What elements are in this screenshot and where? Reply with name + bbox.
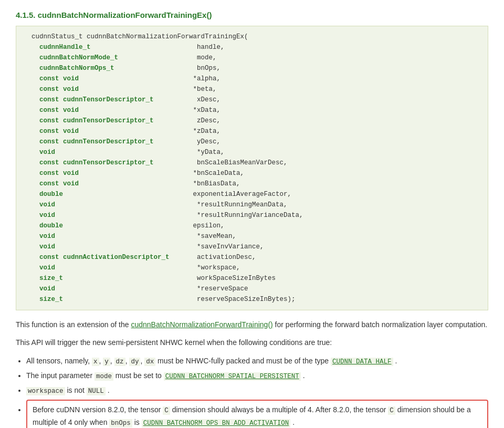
list-item-highlighted: Before cuDNN version 8.2.0, the tensor C… xyxy=(26,400,488,428)
conditions-list: All tensors, namely, x, y, dz, dy, dx mu… xyxy=(26,355,488,428)
section-title[interactable]: 4.1.5. cudnnBatchNormalizationForwardTra… xyxy=(16,11,212,19)
list-item: workspace is not NULL . xyxy=(26,384,488,397)
list-item: The input parameter mode must be set to … xyxy=(26,370,488,382)
link-cudnn-forward[interactable]: cudnnBatchNormalizationForwardTraining() xyxy=(131,320,272,329)
code-block: cudnnStatus_t cudnnBatchNormalizationFor… xyxy=(16,26,488,310)
list-item: All tensors, namely, x, y, dz, dy, dx mu… xyxy=(26,355,488,368)
prose-extension: This function is an extension of the cud… xyxy=(16,319,488,330)
highlight-box: Before cuDNN version 8.2.0, the tensor C… xyxy=(26,400,488,428)
prose-conditions: This API will trigger the new semi-persi… xyxy=(16,337,488,348)
